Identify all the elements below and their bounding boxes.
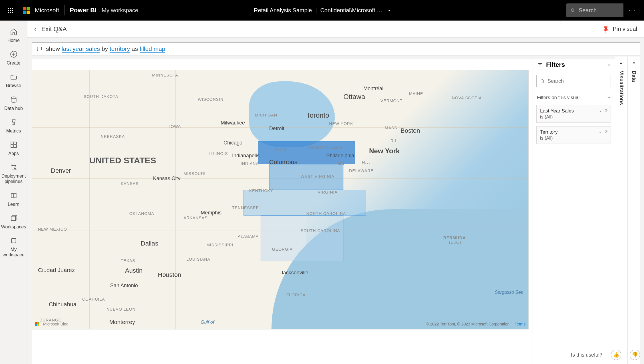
map-label: MISSOURI bbox=[184, 171, 206, 176]
browse-icon bbox=[9, 73, 18, 81]
workspaces-icon bbox=[9, 214, 18, 222]
qa-phrase-last-year-sales[interactable]: last year sales bbox=[62, 45, 100, 52]
map-city: Montréal bbox=[363, 86, 383, 92]
pin-label: Pin visual bbox=[613, 26, 637, 32]
filters-title: Filters bbox=[546, 61, 565, 69]
data-pane-collapsed[interactable]: « Data bbox=[627, 57, 640, 364]
workspace-breadcrumb[interactable]: My workspace bbox=[102, 7, 138, 14]
expand-data-button[interactable]: « bbox=[633, 61, 635, 66]
map-label: VERMONT bbox=[381, 98, 402, 103]
report-title-dropdown[interactable]: Retail Analysis Sample | Confidential\Mi… bbox=[254, 7, 390, 14]
svg-point-11 bbox=[15, 168, 16, 170]
nav-label: Deployment pipelines bbox=[1, 173, 26, 184]
map-label: WEST VIRGINIA bbox=[301, 174, 335, 179]
map-city: San Antonio bbox=[110, 283, 138, 289]
nav-workspaces[interactable]: Workspaces bbox=[0, 210, 27, 233]
thumbs-down-button[interactable]: 👎 bbox=[630, 350, 640, 360]
nav-apps[interactable]: Apps bbox=[0, 137, 27, 160]
map-city: Austin bbox=[125, 267, 142, 274]
my-workspace-icon bbox=[9, 236, 18, 245]
map-label: MICHIGAN bbox=[255, 113, 277, 117]
filter-card-actions: ⌄ ⊘ bbox=[599, 129, 608, 134]
map-water-label: Sargasso Sea bbox=[495, 290, 524, 295]
filters-section-header: Filters on this visual ··· bbox=[532, 89, 615, 103]
filled-map-visual[interactable]: UNITED STATES MINNESOTA SOUTH DAKOTA WIS… bbox=[32, 70, 529, 329]
filter-search[interactable] bbox=[536, 75, 611, 87]
map-label: ARKANSAS bbox=[184, 216, 208, 220]
back-button[interactable]: ‹ bbox=[34, 26, 36, 32]
map-label: PENNSYLVANIA bbox=[309, 146, 343, 150]
nav-label: My workspace bbox=[1, 247, 26, 258]
qa-input-bar[interactable]: show last year sales by territory as fil… bbox=[32, 42, 640, 55]
map-label: MASS. bbox=[385, 126, 399, 130]
clear-icon[interactable]: ⊘ bbox=[604, 129, 608, 134]
map-label: KANSAS bbox=[121, 181, 139, 186]
qa-phrase-territory[interactable]: territory bbox=[110, 45, 130, 52]
feedback-question: Is this useful? bbox=[571, 352, 602, 358]
expand-visualizations-button[interactable]: « bbox=[620, 61, 623, 66]
filters-section-more-button[interactable]: ··· bbox=[606, 95, 610, 100]
nav-learn[interactable]: Learn bbox=[0, 188, 27, 210]
global-search-input[interactable] bbox=[579, 7, 619, 14]
filters-panel: Filters › Filters on this visual ··· Las… bbox=[532, 57, 615, 364]
filled-state-south bbox=[261, 216, 343, 261]
filter-card-last-year-sales[interactable]: Last Year Sales is (All) ⌄ ⊘ bbox=[536, 105, 611, 123]
map-label: (U.K.) bbox=[449, 240, 461, 245]
svg-rect-12 bbox=[11, 216, 15, 220]
search-icon bbox=[570, 7, 575, 13]
map-label: WISCONSIN bbox=[198, 97, 224, 102]
map-city: Indianapolis bbox=[232, 153, 259, 159]
nav-home[interactable]: Home bbox=[0, 24, 27, 47]
global-search[interactable] bbox=[566, 3, 623, 17]
exit-qa-button[interactable]: Exit Q&A bbox=[41, 25, 67, 33]
map-city: Toronto bbox=[306, 111, 329, 119]
map-label: SOUTH DAKOTA bbox=[84, 94, 118, 99]
microsoft-logo-icon bbox=[23, 7, 30, 14]
chevron-down-icon[interactable]: ⌄ bbox=[599, 129, 602, 134]
product-label[interactable]: Power BI bbox=[70, 7, 96, 14]
map-label: IOWA bbox=[169, 124, 181, 129]
thumbs-up-button[interactable]: 👍 bbox=[611, 350, 621, 360]
map-label: MD. bbox=[338, 161, 346, 166]
filters-collapse-button[interactable]: › bbox=[608, 62, 610, 67]
qa-phrase-filled-map[interactable]: filled map bbox=[140, 45, 165, 52]
map-city: Ottawa bbox=[343, 93, 365, 101]
svg-point-17 bbox=[541, 80, 544, 82]
svg-rect-13 bbox=[11, 238, 16, 243]
qa-query-text: show last year sales by territory as fil… bbox=[46, 45, 165, 52]
nav-data-hub[interactable]: Data hub bbox=[0, 92, 27, 114]
more-options-button[interactable]: ··· bbox=[629, 7, 636, 14]
nav-browse[interactable]: Browse bbox=[0, 69, 27, 92]
map-city: Kansas City bbox=[153, 176, 180, 182]
map-label: KENTUCKY bbox=[249, 188, 273, 193]
nav-label: Home bbox=[7, 38, 20, 43]
nav-metrics[interactable]: Metrics bbox=[0, 114, 27, 137]
nav-my-workspace[interactable]: My workspace bbox=[0, 233, 27, 261]
map-city: Monterrey bbox=[109, 319, 135, 325]
map-terms-link[interactable]: Terms bbox=[515, 322, 526, 326]
clear-icon[interactable]: ⊘ bbox=[604, 108, 608, 113]
visualizations-pane-collapsed[interactable]: « Visualizations bbox=[615, 57, 627, 364]
filter-card-territory[interactable]: Territory is (All) ⌄ ⊘ bbox=[536, 126, 611, 144]
home-icon bbox=[9, 27, 18, 36]
create-icon bbox=[9, 50, 18, 59]
map-label: FLORIDA bbox=[286, 293, 306, 297]
pin-visual-button[interactable]: 📌 Pin visual bbox=[602, 26, 637, 33]
map-label: MAINE bbox=[409, 91, 423, 96]
separator: | bbox=[315, 7, 317, 14]
map-label: R.I. bbox=[391, 138, 398, 143]
map-label: SOUTH CAROLINA bbox=[301, 228, 340, 233]
data-label: Data bbox=[631, 71, 637, 82]
data-hub-icon bbox=[9, 95, 18, 104]
map-city: Houston bbox=[158, 271, 181, 279]
app-launcher-button[interactable] bbox=[6, 6, 15, 15]
map-label: MINNESOTA bbox=[152, 73, 178, 77]
nav-label: Learn bbox=[8, 202, 19, 207]
map-city: Denver bbox=[51, 167, 71, 174]
filter-search-input[interactable] bbox=[548, 78, 607, 84]
chevron-down-icon[interactable]: ⌄ bbox=[599, 108, 602, 113]
nav-create[interactable]: Create bbox=[0, 47, 27, 69]
nav-deployment-pipelines[interactable]: Deployment pipelines bbox=[0, 160, 27, 188]
map-label: BERMUDA bbox=[443, 236, 466, 240]
map-city: Boston bbox=[401, 127, 420, 134]
